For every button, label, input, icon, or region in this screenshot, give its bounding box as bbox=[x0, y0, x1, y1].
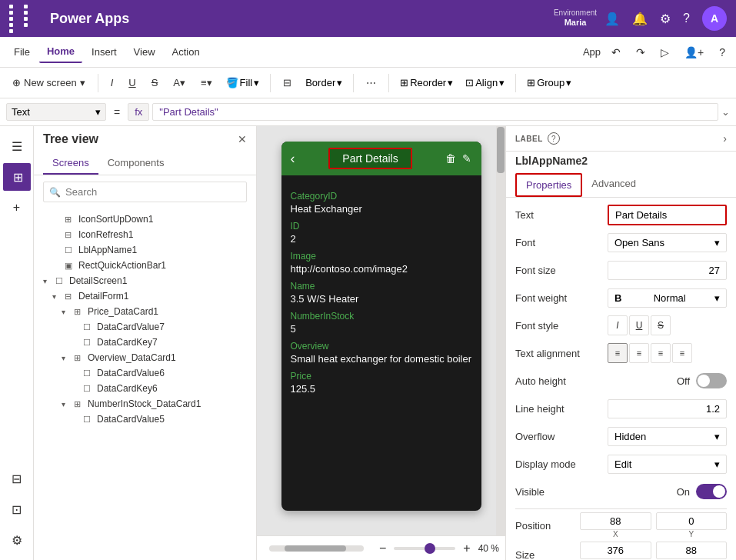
align-justify-button[interactable]: ≡ bbox=[672, 343, 692, 363]
menu-insert[interactable]: Insert bbox=[84, 42, 125, 62]
tree-item-detailscreen[interactable]: ▾ ☐ DetailScreen1 bbox=[34, 273, 256, 288]
treepanel-close-button[interactable]: ✕ bbox=[238, 133, 247, 145]
phone-edit-icon[interactable]: ✎ bbox=[462, 152, 471, 165]
run-icon[interactable]: ▷ bbox=[656, 43, 674, 62]
sidebar-settings-icon[interactable]: ⚙ bbox=[3, 526, 31, 554]
align-right-button[interactable]: ≡ bbox=[651, 343, 671, 363]
autoheight-toggle[interactable] bbox=[696, 373, 727, 388]
fontweight-select[interactable]: B Normal ▾ bbox=[608, 288, 727, 308]
selector-chevron: ▾ bbox=[95, 106, 101, 118]
environment-selector[interactable]: Environment Maria bbox=[554, 8, 597, 28]
zoom-in-button[interactable]: + bbox=[460, 542, 473, 555]
props-content: Text Font Open Sans ▾ Font size bbox=[506, 198, 736, 560]
tree-item-detailform[interactable]: ▾ ⊟ DetailForm1 bbox=[34, 288, 256, 304]
position-x-input[interactable] bbox=[580, 512, 651, 530]
tree-item-datacardvalue7[interactable]: ☐ DataCardValue7 bbox=[34, 319, 256, 335]
tree-item-overview-datacard[interactable]: ▾ ⊞ Overview_DataCard1 bbox=[34, 350, 256, 365]
property-selector[interactable]: Text ▾ bbox=[6, 103, 106, 121]
format-italic-button[interactable]: I bbox=[105, 74, 120, 92]
share-icon[interactable]: 👤+ bbox=[680, 43, 708, 62]
fontsize-prop-input[interactable] bbox=[608, 261, 727, 280]
position-y-input[interactable] bbox=[656, 512, 728, 530]
tree-item-price-datacard[interactable]: ▾ ⊞ Price_DataCard1 bbox=[34, 304, 256, 319]
tree-icon-rectquickactionbar: ▣ bbox=[65, 261, 75, 271]
tree-item-iconrefresh[interactable]: ⊟ IconRefresh1 bbox=[34, 227, 256, 242]
tree-item-datacardkey6[interactable]: ☐ DataCardKey6 bbox=[34, 381, 256, 396]
size-h-input[interactable] bbox=[656, 542, 728, 559]
border-dropdown[interactable]: Border ▾ bbox=[301, 74, 347, 92]
align-left-button[interactable]: ≡ bbox=[608, 343, 628, 363]
redo-icon[interactable]: ↷ bbox=[631, 43, 650, 62]
tree-item-iconsortupdown[interactable]: ⊞ IconSortUpDown1 bbox=[34, 212, 256, 227]
fill-dropdown[interactable]: 🪣 Fill ▾ bbox=[221, 74, 265, 92]
search-input[interactable] bbox=[43, 182, 247, 202]
menu-file[interactable]: File bbox=[6, 42, 38, 62]
app-label: App bbox=[583, 46, 601, 58]
overflow-select[interactable]: Hidden ▾ bbox=[608, 427, 727, 446]
settings-icon[interactable]: ⚙ bbox=[660, 12, 671, 26]
sidebar-plus-icon[interactable]: + bbox=[3, 194, 31, 222]
help-icon[interactable]: ? bbox=[683, 12, 690, 25]
avatar[interactable]: A bbox=[702, 6, 727, 31]
text-prop-input[interactable] bbox=[608, 205, 727, 225]
sidebar-datasource-icon[interactable]: ⊟ bbox=[3, 465, 31, 492]
align-center-button[interactable]: ≡ bbox=[629, 343, 649, 363]
lineheight-prop-input[interactable] bbox=[608, 399, 727, 418]
group-dropdown[interactable]: ⊞ Group ▾ bbox=[522, 74, 576, 92]
tree-item-rectquickactionbar[interactable]: ▣ RectQuickActionBar1 bbox=[34, 258, 256, 273]
format-text-button[interactable]: A▾ bbox=[167, 74, 191, 92]
tree-icon-datacardvalue7: ☐ bbox=[83, 322, 94, 332]
phone-back-button[interactable]: ‹ bbox=[291, 151, 295, 167]
italic-button[interactable]: I bbox=[608, 315, 628, 335]
notification-icon[interactable]: 🔔 bbox=[632, 12, 648, 26]
sidebar-tree-icon[interactable]: ⊞ bbox=[3, 163, 31, 191]
tab-components[interactable]: Components bbox=[98, 152, 174, 175]
formula-input[interactable] bbox=[152, 103, 718, 121]
canvas-horizontal-scrollbar[interactable] bbox=[269, 545, 364, 552]
size-w-input[interactable] bbox=[580, 542, 651, 559]
tree-content: ⊞ IconSortUpDown1 ⊟ IconRefresh1 ☐ LblAp… bbox=[34, 208, 256, 560]
canvas-vertical-scrollbar[interactable] bbox=[496, 126, 505, 535]
props-expand-button[interactable]: › bbox=[723, 132, 727, 145]
align-dropdown[interactable]: ⊡ Align ▾ bbox=[461, 74, 509, 92]
sidebar-icons: ☰ ⊞ + ⊟ ⊡ ⚙ bbox=[0, 126, 34, 560]
new-screen-button[interactable]: ⊕ New screen ▾ bbox=[6, 74, 92, 92]
align-button[interactable]: ≡▾ bbox=[195, 74, 218, 92]
reorder-dropdown[interactable]: ⊞ Reorder ▾ bbox=[395, 74, 458, 92]
formula-expand-icon[interactable]: ⌄ bbox=[721, 106, 730, 118]
tree-item-datacardvalue5[interactable]: ☐ DataCardValue5 bbox=[34, 412, 256, 427]
tree-item-numberinstock-datacard[interactable]: ▾ ⊞ NumberInStock_DataCard1 bbox=[34, 396, 256, 412]
tree-item-datacardvalue6[interactable]: ☐ DataCardValue6 bbox=[34, 365, 256, 381]
tree-item-lblappname1[interactable]: ☐ LblAppName1 bbox=[34, 242, 256, 258]
strikethrough-button[interactable]: S bbox=[651, 315, 671, 335]
props-tab-properties[interactable]: Properties bbox=[515, 173, 582, 197]
border-btn-icon[interactable]: ⊟ bbox=[277, 74, 298, 92]
visible-toggle[interactable] bbox=[696, 484, 727, 499]
displaymode-select[interactable]: Edit ▾ bbox=[608, 455, 727, 474]
person-icon[interactable]: 👤 bbox=[604, 12, 620, 26]
menu-view[interactable]: View bbox=[126, 42, 163, 62]
tree-item-datacardkey7[interactable]: ☐ DataCardKey7 bbox=[34, 335, 256, 350]
phone-delete-icon[interactable]: 🗑 bbox=[445, 152, 456, 165]
sidebar-monitor-icon[interactable]: ⊡ bbox=[3, 495, 31, 523]
app-name: Power Apps bbox=[50, 11, 129, 27]
font-select[interactable]: Open Sans ▾ bbox=[608, 233, 727, 252]
canvas-scroll[interactable]: ‹ Part Details 🗑 ✎ CategoryID Heat Excha… bbox=[257, 126, 505, 535]
format-strikethrough-button[interactable]: S bbox=[145, 74, 165, 92]
format-underline-button[interactable]: U bbox=[122, 74, 142, 92]
menu-action[interactable]: Action bbox=[165, 42, 208, 62]
underline-button[interactable]: U bbox=[629, 315, 649, 335]
zoom-slider[interactable] bbox=[394, 547, 455, 550]
props-help-icon[interactable]: ? bbox=[548, 132, 560, 145]
phone-field-id: ID 2 bbox=[291, 221, 472, 245]
help-menu-icon[interactable]: ? bbox=[714, 43, 730, 62]
undo-icon[interactable]: ↶ bbox=[607, 43, 625, 62]
zoom-out-button[interactable]: − bbox=[376, 542, 389, 555]
more-options-button[interactable]: ⋯ bbox=[360, 74, 382, 92]
props-tab-advanced[interactable]: Advanced bbox=[582, 173, 645, 197]
sidebar-menu-icon[interactable]: ☰ bbox=[3, 132, 31, 160]
tab-screens[interactable]: Screens bbox=[43, 152, 98, 175]
menu-home[interactable]: Home bbox=[39, 41, 82, 63]
fx-button[interactable]: fx bbox=[128, 103, 149, 121]
app-launcher-icon[interactable] bbox=[9, 5, 36, 33]
